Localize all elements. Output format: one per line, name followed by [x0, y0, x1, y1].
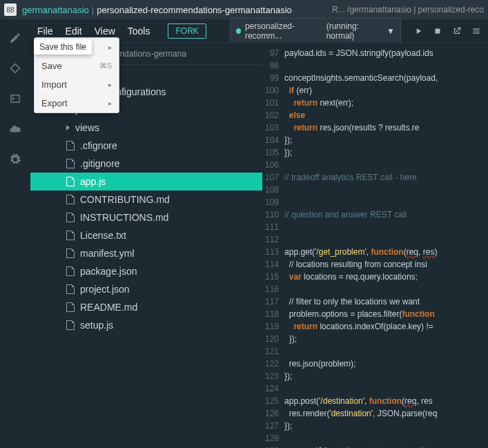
separator: |	[92, 5, 94, 15]
file-icon	[66, 159, 75, 168]
run-config-status: (running: normal)	[326, 21, 382, 41]
line-gutter: 9798991001011021031041051061071081091101…	[262, 43, 284, 448]
chevron-right-icon: ▸	[108, 43, 112, 51]
file-CONTRIBUTING.md[interactable]: CONTRIBUTING.md	[30, 191, 262, 208]
tooltip: Save this file	[34, 39, 92, 55]
run-config-dropdown[interactable]: personalized-recomm... (running: normal)…	[230, 18, 401, 44]
popout-icon[interactable]	[452, 26, 462, 36]
file-INSTRUCTIONS.md[interactable]: INSTRUCTIONS.md	[30, 208, 262, 226]
file-project.json[interactable]: project.json	[30, 280, 262, 298]
fork-button[interactable]: FORK	[168, 23, 206, 39]
cloud-icon[interactable]	[9, 123, 21, 135]
file-package.json[interactable]: package.json	[30, 262, 262, 280]
file-icon	[66, 302, 75, 312]
logo-icon[interactable]: 88	[4, 3, 17, 16]
menu-edit[interactable]: Edit	[66, 26, 82, 37]
file-icon	[66, 141, 75, 150]
file-icon	[66, 213, 75, 222]
run-config-name: personalized-recomm...	[245, 21, 322, 41]
open-tab[interactable]: R... /germanattanasio | personalized-rec…	[332, 5, 484, 14]
git-icon[interactable]	[9, 62, 21, 75]
chevron-down-icon: ▼	[387, 26, 395, 36]
user-name[interactable]: germanattanasio	[22, 5, 89, 15]
code-content[interactable]: payload.ids = JSON.stringify(payload.ids…	[284, 43, 438, 448]
file-app.js[interactable]: app.js	[30, 173, 262, 191]
file-README.md[interactable]: README.md	[30, 298, 262, 316]
file-icon	[66, 284, 75, 294]
terminal-icon[interactable]	[9, 92, 21, 105]
menu-tools[interactable]: Tools	[128, 26, 150, 37]
activity-bar	[0, 19, 30, 448]
chevron-right-icon	[66, 125, 70, 130]
stop-icon[interactable]	[433, 26, 442, 36]
file-icon	[66, 231, 75, 240]
breadcrumb: germanattanasio | personalized-recommend…	[22, 5, 292, 15]
file-icon	[66, 195, 75, 204]
chevron-right-icon: ▸	[108, 81, 112, 88]
status-dot-icon	[236, 28, 241, 34]
gear-icon[interactable]	[9, 153, 21, 166]
shortcut-label: ⌘S	[99, 61, 112, 70]
folder-views[interactable]: views	[30, 119, 262, 137]
titlebar: 88 germanattanasio | personalized-recomm…	[0, 0, 488, 19]
list-icon[interactable]	[471, 26, 481, 36]
menu-item-import[interactable]: Import▸	[35, 75, 119, 94]
file-.cfignore[interactable]: .cfignore	[30, 137, 262, 155]
menu-file[interactable]: File	[37, 26, 53, 37]
menu-item-export[interactable]: Export▸	[35, 94, 119, 113]
file-License.txt[interactable]: License.txt	[30, 226, 262, 244]
play-icon[interactable]	[413, 26, 423, 36]
menu-view[interactable]: View	[95, 26, 115, 37]
file-icon	[66, 177, 75, 186]
code-editor[interactable]: 9798991001011021031041051061071081091101…	[262, 43, 488, 448]
file-setup.js[interactable]: setup.js	[30, 316, 262, 334]
file-manifest.yml[interactable]: manifest.yml	[30, 244, 262, 262]
file-icon	[66, 320, 75, 330]
file-icon	[66, 249, 75, 258]
file-icon	[66, 266, 75, 276]
file-.gitignore[interactable]: .gitignore	[30, 155, 262, 173]
menu-item-save[interactable]: Save⌘S	[35, 57, 119, 75]
pencil-icon[interactable]	[9, 32, 21, 44]
project-name[interactable]: personalized-recommendations-germanattan…	[97, 5, 292, 15]
chevron-right-icon: ▸	[108, 99, 112, 107]
